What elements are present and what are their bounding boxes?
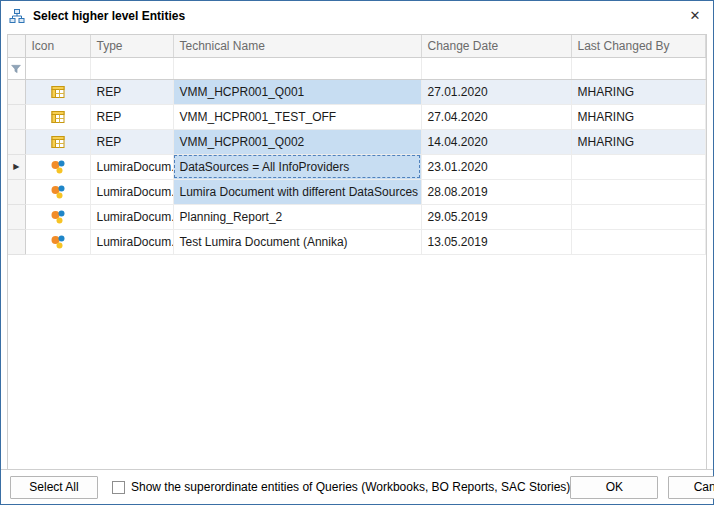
table-row[interactable]: ▶ — [8, 154, 706, 179]
table-row[interactable]: ▶ — [8, 229, 706, 254]
grid-body: ▶ — [8, 79, 706, 254]
footer-bar: Select All Show the superordinate entiti… — [1, 469, 713, 504]
filter-indicator-cell[interactable] — [8, 57, 25, 79]
filter-icon — [10, 63, 22, 75]
entity-icon-cell[interactable] — [25, 154, 90, 179]
table-row[interactable]: ▶ — [8, 179, 706, 204]
column-header-last-changed-by[interactable]: Last Changed By — [571, 35, 706, 57]
technical-name-cell[interactable]: Planning_Report_2 — [173, 204, 421, 229]
column-header-icon[interactable]: Icon — [25, 35, 90, 57]
column-header-technical-name[interactable]: Technical Name — [173, 35, 421, 57]
column-header-change-date[interactable]: Change Date — [421, 35, 571, 57]
close-button[interactable]: ✕ — [677, 1, 713, 30]
ok-button[interactable]: OK — [570, 476, 658, 499]
type-cell[interactable]: LumiraDocum... — [90, 179, 173, 204]
superordinate-checkbox-group: Show the superordinate entities of Queri… — [112, 480, 570, 494]
entity-icon-cell[interactable] — [25, 129, 90, 154]
filter-cell-change-date[interactable] — [421, 57, 571, 79]
table-row[interactable]: ▶ — [8, 204, 706, 229]
auto-filter-row — [8, 57, 706, 79]
table-row[interactable]: ▶ — [8, 104, 706, 129]
technical-name-cell[interactable]: VMM_HCPR001_Q001 — [173, 79, 421, 104]
table-row[interactable]: ▶ — [8, 129, 706, 154]
superordinate-checkbox[interactable] — [112, 481, 125, 494]
entity-icon-cell[interactable] — [25, 204, 90, 229]
row-indicator: ▶ — [8, 104, 25, 129]
last-changed-by-cell[interactable]: MHARING — [571, 79, 706, 104]
type-cell[interactable]: LumiraDocum... — [90, 154, 173, 179]
filter-cell-icon[interactable] — [25, 57, 90, 79]
filter-cell-technical-name[interactable] — [173, 57, 421, 79]
row-indicator: ▶ — [8, 179, 25, 204]
type-cell[interactable]: LumiraDocum... — [90, 229, 173, 254]
type-cell[interactable]: LumiraDocum... — [90, 204, 173, 229]
change-date-cell[interactable]: 23.01.2020 — [421, 154, 571, 179]
lumira-document-icon — [50, 209, 66, 225]
filter-cell-last-changed-by[interactable] — [571, 57, 706, 79]
report-icon — [50, 134, 66, 150]
row-indicator: ▶ — [8, 154, 25, 179]
filter-cell-type[interactable] — [90, 57, 173, 79]
entities-table: Icon Type Technical Name Change Date Las… — [8, 35, 706, 255]
column-header-type[interactable]: Type — [90, 35, 173, 57]
technical-name-cell[interactable]: Test Lumira Document (Annika) — [173, 229, 421, 254]
lumira-document-icon — [50, 159, 66, 175]
technical-name-cell[interactable]: VMM_HCPR001_TEST_OFF — [173, 104, 421, 129]
type-cell[interactable]: REP — [90, 104, 173, 129]
lumira-document-icon — [50, 184, 66, 200]
superordinate-checkbox-label: Show the superordinate entities of Queri… — [131, 480, 570, 494]
header-row: Icon Type Technical Name Change Date Las… — [8, 35, 706, 57]
technical-name-cell[interactable]: DataSources = All InfoProviders — [173, 154, 421, 179]
entity-icon-cell[interactable] — [25, 79, 90, 104]
type-cell[interactable]: REP — [90, 79, 173, 104]
last-changed-by-cell[interactable] — [571, 204, 706, 229]
type-cell[interactable]: REP — [90, 129, 173, 154]
change-date-cell[interactable]: 28.08.2019 — [421, 179, 571, 204]
cancel-button[interactable]: Cancel — [668, 476, 714, 499]
row-indicator: ▶ — [8, 79, 25, 104]
select-all-button[interactable]: Select All — [10, 476, 98, 499]
hierarchy-icon — [9, 8, 25, 24]
row-indicator: ▶ — [8, 229, 25, 254]
report-icon — [50, 84, 66, 100]
technical-name-cell[interactable]: Lumira Document with different DataSourc… — [173, 179, 421, 204]
entity-icon-cell[interactable] — [25, 229, 90, 254]
change-date-cell[interactable]: 14.04.2020 — [421, 129, 571, 154]
entity-icon-cell[interactable] — [25, 104, 90, 129]
change-date-cell[interactable]: 13.05.2019 — [421, 229, 571, 254]
row-indicator: ▶ — [8, 129, 25, 154]
row-indicator: ▶ — [8, 204, 25, 229]
report-icon — [50, 109, 66, 125]
indicator-header-cell — [8, 35, 25, 57]
change-date-cell[interactable]: 27.01.2020 — [421, 79, 571, 104]
last-changed-by-cell[interactable] — [571, 179, 706, 204]
last-changed-by-cell[interactable] — [571, 154, 706, 179]
technical-name-cell[interactable]: VMM_HCPR001_Q002 — [173, 129, 421, 154]
entities-grid: Icon Type Technical Name Change Date Las… — [7, 34, 707, 469]
last-changed-by-cell[interactable]: MHARING — [571, 104, 706, 129]
title-bar: Select higher level Entities ✕ — [1, 1, 713, 30]
last-changed-by-cell[interactable] — [571, 229, 706, 254]
change-date-cell[interactable]: 29.05.2019 — [421, 204, 571, 229]
last-changed-by-cell[interactable]: MHARING — [571, 129, 706, 154]
dialog-title: Select higher level Entities — [33, 9, 185, 23]
table-row[interactable]: ▶ — [8, 79, 706, 104]
lumira-document-icon — [50, 234, 66, 250]
change-date-cell[interactable]: 27.04.2020 — [421, 104, 571, 129]
select-entities-dialog: Select higher level Entities ✕ Icon Type… — [0, 0, 714, 505]
current-row-arrow-icon: ▶ — [13, 162, 19, 171]
entity-icon-cell[interactable] — [25, 179, 90, 204]
